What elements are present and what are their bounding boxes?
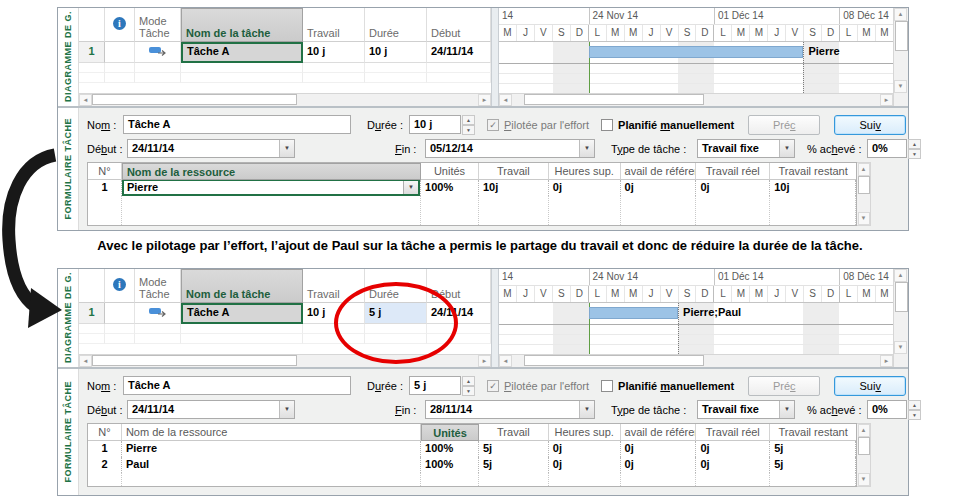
- scroll-left-icon[interactable]: [79, 94, 92, 106]
- manually-scheduled-checkbox[interactable]: [601, 119, 613, 131]
- end-date-combo[interactable]: 05/12/14: [425, 139, 595, 158]
- table-chart-splitter[interactable]: [491, 8, 499, 106]
- col-res-remaining[interactable]: Travail restant: [770, 424, 856, 441]
- chart-vertical-scrollbar[interactable]: [893, 269, 908, 367]
- res-number[interactable]: 2: [88, 457, 122, 473]
- scroll-left-icon[interactable]: [499, 355, 512, 367]
- col-res-remaining[interactable]: Travail restant: [770, 163, 856, 180]
- res-work[interactable]: 10j: [479, 180, 549, 196]
- res-baseline[interactable]: 0j: [621, 457, 697, 473]
- grid-vertical-scrollbar[interactable]: [857, 162, 871, 226]
- scroll-left-icon[interactable]: [79, 355, 92, 367]
- scroll-right-icon[interactable]: [478, 355, 491, 367]
- grid-vertical-scrollbar[interactable]: [857, 423, 871, 487]
- dropdown-icon[interactable]: [579, 401, 594, 418]
- duration-input[interactable]: 5 j: [409, 376, 461, 395]
- task-bar[interactable]: [589, 46, 804, 58]
- cell-info[interactable]: [105, 42, 135, 63]
- col-res-baseline[interactable]: avail de référen: [621, 163, 697, 180]
- cell-duration[interactable]: 10 j: [365, 42, 427, 63]
- cell-work[interactable]: 10 j: [303, 42, 365, 63]
- empty-row[interactable]: [79, 63, 491, 73]
- scroll-right-icon[interactable]: [478, 94, 491, 106]
- column-header-name[interactable]: Nom de la tâche: [181, 8, 303, 42]
- col-res-units[interactable]: Unités: [421, 163, 479, 180]
- previous-button[interactable]: Préc: [748, 115, 820, 135]
- empty-row[interactable]: [79, 73, 491, 83]
- res-actual[interactable]: 0j: [696, 180, 770, 196]
- scroll-up-icon[interactable]: [894, 269, 907, 282]
- res-remaining[interactable]: 5j: [770, 441, 856, 457]
- scroll-down-icon[interactable]: [894, 341, 907, 354]
- chart-horizontal-scrollbar[interactable]: [499, 93, 893, 106]
- col-res-actual[interactable]: Travail réel: [696, 163, 770, 180]
- end-date-combo[interactable]: 28/11/14: [425, 400, 595, 419]
- scrollbar-thumb[interactable]: [92, 355, 297, 366]
- grid-empty-area[interactable]: [88, 196, 856, 225]
- chart-horizontal-scrollbar[interactable]: [499, 354, 893, 367]
- col-res-overtime[interactable]: Heures sup.: [549, 424, 621, 441]
- task-name-input[interactable]: Tâche A: [123, 376, 351, 395]
- percent-complete-input[interactable]: 0%: [867, 139, 907, 158]
- res-name[interactable]: Pierre: [122, 441, 421, 457]
- col-res-actual[interactable]: Travail réel: [696, 424, 770, 441]
- row-number[interactable]: 1: [79, 303, 105, 324]
- res-work[interactable]: 5j: [479, 441, 549, 457]
- scrollbar-thumb[interactable]: [895, 282, 908, 312]
- res-number[interactable]: 1: [88, 441, 122, 457]
- task-form-label-strip[interactable]: FORMULAIRE TÂCHE: [58, 369, 79, 495]
- row-number-header[interactable]: [79, 8, 105, 42]
- info-column-header[interactable]: i: [105, 269, 135, 303]
- scroll-up-icon[interactable]: [894, 8, 907, 21]
- col-res-name[interactable]: Nom de la ressource: [122, 424, 421, 441]
- dropdown-icon[interactable]: [403, 181, 418, 194]
- cell-task-mode[interactable]: [135, 303, 181, 324]
- col-res-number[interactable]: N°: [88, 163, 122, 180]
- chart-vertical-scrollbar[interactable]: [893, 8, 908, 106]
- col-res-units[interactable]: Unités: [421, 424, 479, 441]
- column-header-mode[interactable]: Mode Tâche: [135, 269, 181, 303]
- info-column-header[interactable]: i: [105, 8, 135, 42]
- res-actual[interactable]: 0j: [696, 441, 770, 457]
- scrollbar-thumb[interactable]: [895, 21, 908, 51]
- task-type-combo[interactable]: Travail fixe: [697, 139, 795, 158]
- scroll-right-icon[interactable]: [880, 355, 893, 367]
- res-remaining[interactable]: 10j: [770, 180, 856, 196]
- res-actual[interactable]: 0j: [696, 457, 770, 473]
- start-date-combo[interactable]: 24/11/14: [127, 139, 295, 158]
- effort-driven-checkbox[interactable]: [487, 380, 499, 392]
- res-number[interactable]: 1: [88, 180, 122, 196]
- row-number[interactable]: 1: [79, 42, 105, 63]
- scrollbar-thumb[interactable]: [92, 94, 297, 105]
- res-remaining[interactable]: 5j: [770, 457, 856, 473]
- col-res-work[interactable]: Travail: [479, 424, 549, 441]
- previous-button[interactable]: Préc: [748, 376, 820, 396]
- next-button[interactable]: Suiv: [834, 376, 906, 396]
- dropdown-icon[interactable]: [279, 140, 294, 157]
- manually-scheduled-checkbox[interactable]: [601, 380, 613, 392]
- percent-stepper[interactable]: [908, 400, 921, 419]
- task-bar[interactable]: [589, 307, 679, 319]
- percent-complete-input[interactable]: 0%: [867, 400, 907, 419]
- column-header-duration[interactable]: Durée: [365, 8, 427, 42]
- scrollbar-thumb[interactable]: [858, 176, 870, 194]
- scrollbar-thumb[interactable]: [524, 94, 704, 105]
- resource-name-combo[interactable]: Pierre: [122, 180, 420, 196]
- cell-info[interactable]: [105, 303, 135, 324]
- task-name-input[interactable]: Tâche A: [123, 115, 351, 134]
- cell-start[interactable]: 24/11/14: [427, 42, 491, 63]
- dropdown-icon[interactable]: [279, 401, 294, 418]
- cell-task-name[interactable]: Tâche A: [181, 42, 303, 63]
- gantt-chart-body[interactable]: Pierre: [499, 42, 893, 93]
- scroll-left-icon[interactable]: [499, 94, 512, 106]
- col-res-overtime[interactable]: Heures sup.: [549, 163, 621, 180]
- scroll-down-icon[interactable]: [858, 473, 870, 486]
- row-number-header[interactable]: [79, 269, 105, 303]
- column-header-work[interactable]: Travail: [303, 8, 365, 42]
- scrollbar-thumb[interactable]: [524, 355, 704, 366]
- res-units[interactable]: 100%: [421, 180, 479, 196]
- scroll-up-icon[interactable]: [858, 424, 870, 437]
- table-horizontal-scrollbar[interactable]: [79, 93, 491, 106]
- res-units[interactable]: 100%: [421, 457, 479, 473]
- gantt-chart-body[interactable]: Pierre;Paul: [499, 303, 893, 354]
